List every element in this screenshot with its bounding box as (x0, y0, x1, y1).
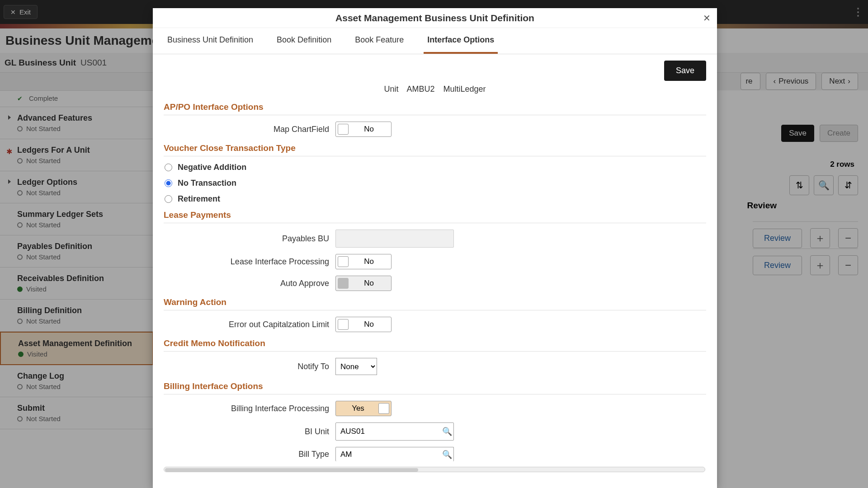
unit-info: Unit AMBU2 MultiLedger (164, 84, 706, 94)
billing-interface-processing-label: Billing Interface Processing (164, 404, 335, 413)
save-button[interactable]: Save (664, 61, 706, 81)
payables-bu-input (335, 230, 454, 248)
map-chartfield-label: Map ChartField (164, 125, 335, 134)
payables-bu-label: Payables BU (164, 234, 335, 244)
bi-unit-lookup[interactable]: 🔍 (335, 422, 454, 441)
section-voucher-close: Voucher Close Transaction Type (164, 143, 706, 153)
map-chartfield-toggle[interactable]: No (335, 122, 392, 137)
modal: Asset Management Business Unit Definitio… (153, 8, 717, 488)
section-credit-memo: Credit Memo Notification (164, 338, 706, 348)
search-icon[interactable]: 🔍 (441, 450, 453, 460)
voucher-close-radio-group: Negative Addition No Transaction Retirem… (164, 163, 706, 204)
bi-unit-label: BI Unit (164, 427, 335, 436)
radio-negative-addition[interactable]: Negative Addition (165, 163, 706, 172)
bill-type-input[interactable] (336, 450, 441, 459)
lease-interface-toggle[interactable]: No (335, 254, 392, 269)
tab-business-unit-definition[interactable]: Business Unit Definition (164, 28, 257, 54)
lease-interface-processing-label: Lease Interface Processing (164, 257, 335, 267)
radio-retirement[interactable]: Retirement (165, 194, 706, 204)
tab-book-definition[interactable]: Book Definition (273, 28, 335, 54)
modal-body[interactable]: Save Unit AMBU2 MultiLedger AP/PO Interf… (153, 54, 717, 488)
tab-book-feature[interactable]: Book Feature (351, 28, 407, 54)
section-lease-payments: Lease Payments (164, 210, 706, 220)
search-icon[interactable]: 🔍 (441, 427, 453, 436)
tab-interface-options[interactable]: Interface Options (424, 28, 498, 54)
auto-approve-toggle: No (335, 276, 392, 291)
error-cap-toggle[interactable]: No (335, 317, 392, 332)
section-warning-action: Warning Action (164, 297, 706, 307)
bill-type-label: Bill Type (164, 450, 335, 459)
radio-no-transaction[interactable]: No Transaction (165, 178, 706, 188)
modal-close-button[interactable]: ✕ (703, 13, 711, 23)
modal-tabs: Business Unit Definition Book Definition… (153, 28, 717, 54)
bill-type-lookup[interactable]: 🔍 (335, 447, 454, 461)
modal-title: Asset Management Business Unit Definitio… (335, 13, 534, 23)
modal-header: Asset Management Business Unit Definitio… (153, 8, 717, 28)
notify-to-select[interactable]: None (335, 358, 377, 375)
auto-approve-label: Auto Approve (164, 279, 335, 288)
horizontal-scrollbar[interactable] (164, 467, 705, 472)
error-cap-label: Error out Capitalzation Limit (164, 320, 335, 329)
billing-interface-toggle[interactable]: Yes (335, 401, 392, 416)
section-billing-interface: Billing Interface Options (164, 381, 706, 391)
bi-unit-input[interactable] (336, 427, 441, 436)
section-appo: AP/PO Interface Options (164, 102, 706, 112)
notify-to-label: Notify To (164, 362, 335, 371)
